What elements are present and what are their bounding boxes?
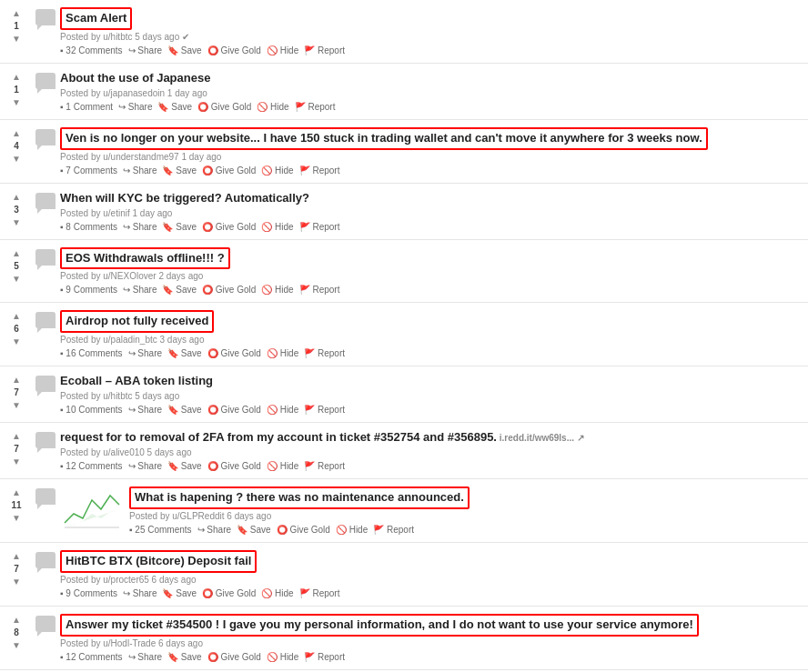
report-action[interactable]: 🚩 Report xyxy=(304,405,345,415)
comments-action[interactable]: ▪ 16 Comments xyxy=(60,348,123,358)
upvote-button[interactable]: ▲ xyxy=(12,486,21,499)
report-action[interactable]: 🚩 Report xyxy=(304,348,345,358)
give-gold-action[interactable]: ⭕ Give Gold xyxy=(202,285,256,295)
report-action[interactable]: 🚩 Report xyxy=(299,165,340,176)
downvote-button[interactable]: ▼ xyxy=(12,336,21,348)
downvote-button[interactable]: ▼ xyxy=(12,96,21,109)
save-action[interactable]: 🔖 Save xyxy=(167,652,202,662)
report-action[interactable]: 🚩 Report xyxy=(299,588,340,598)
downvote-button[interactable]: ▼ xyxy=(12,512,21,525)
give-gold-action[interactable]: ⭕ Give Gold xyxy=(207,461,261,471)
give-gold-action[interactable]: ⭕ Give Gold xyxy=(207,405,261,415)
downvote-button[interactable]: ▼ xyxy=(12,216,21,229)
upvote-button[interactable]: ▲ xyxy=(12,310,21,323)
hide-action[interactable]: 🚫 Hide xyxy=(257,102,288,112)
post-title[interactable]: request for to removal of 2FA from my ac… xyxy=(60,430,804,446)
share-action[interactable]: ↪ Share xyxy=(123,222,157,232)
hide-action[interactable]: 🚫 Hide xyxy=(336,525,368,535)
report-action[interactable]: 🚩 Report xyxy=(304,45,345,55)
share-action[interactable]: ↪ Share xyxy=(128,348,162,358)
hide-action[interactable]: 🚫 Hide xyxy=(261,165,293,176)
share-action[interactable]: ↪ Share xyxy=(128,45,162,55)
give-gold-action[interactable]: ⭕ Give Gold xyxy=(207,652,261,662)
external-link[interactable]: i.redd.it/ww69ls... ↗ xyxy=(497,433,584,443)
downvote-button[interactable]: ▼ xyxy=(12,273,21,286)
post-title[interactable]: When will KYC be triggered? Automaticall… xyxy=(60,191,804,206)
give-gold-action[interactable]: ⭕ Give Gold xyxy=(207,45,261,55)
upvote-button[interactable]: ▲ xyxy=(12,374,21,386)
share-action[interactable]: ↪ Share xyxy=(128,461,162,471)
comments-action[interactable]: ▪ 1 Comment xyxy=(60,102,113,112)
downvote-button[interactable]: ▼ xyxy=(12,639,21,652)
hide-action[interactable]: 🚫 Hide xyxy=(261,285,293,295)
save-action[interactable]: 🔖 Save xyxy=(167,45,202,55)
post-title[interactable]: HitBTC BTX (Bitcore) Deposit fail xyxy=(60,550,257,573)
post-title[interactable]: Scam Alert xyxy=(60,7,132,30)
comments-action[interactable]: ▪ 8 Comments xyxy=(60,222,117,232)
save-action[interactable]: 🔖 Save xyxy=(167,348,202,358)
hide-action[interactable]: 🚫 Hide xyxy=(267,348,298,358)
report-action[interactable]: 🚩 Report xyxy=(304,461,345,471)
report-action[interactable]: 🚩 Report xyxy=(373,525,414,535)
share-action[interactable]: ↪ Share xyxy=(128,405,162,415)
share-action[interactable]: ↪ Share xyxy=(197,525,231,535)
save-action[interactable]: 🔖 Save xyxy=(167,405,202,415)
post-title[interactable]: What is hapening ? there was no maintena… xyxy=(129,486,470,509)
post-title[interactable]: Answer my ticket #354500 ! I gave you my… xyxy=(60,614,699,637)
share-action[interactable]: ↪ Share xyxy=(123,588,157,598)
upvote-button[interactable]: ▲ xyxy=(12,247,21,260)
share-action[interactable]: ↪ Share xyxy=(128,652,162,662)
downvote-button[interactable]: ▼ xyxy=(12,33,21,45)
upvote-button[interactable]: ▲ xyxy=(12,550,21,563)
give-gold-action[interactable]: ⭕ Give Gold xyxy=(202,165,256,176)
upvote-button[interactable]: ▲ xyxy=(12,191,21,204)
share-action[interactable]: ↪ Share xyxy=(123,165,157,176)
hide-action[interactable]: 🚫 Hide xyxy=(267,45,298,55)
hide-action[interactable]: 🚫 Hide xyxy=(267,652,298,662)
give-gold-action[interactable]: ⭕ Give Gold xyxy=(197,102,251,112)
hide-action[interactable]: 🚫 Hide xyxy=(261,588,293,598)
downvote-button[interactable]: ▼ xyxy=(12,576,21,588)
upvote-button[interactable]: ▲ xyxy=(12,614,21,627)
upvote-button[interactable]: ▲ xyxy=(12,127,21,140)
upvote-button[interactable]: ▲ xyxy=(12,7,21,20)
share-action[interactable]: ↪ Share xyxy=(123,285,157,295)
save-action[interactable]: 🔖 Save xyxy=(157,102,192,112)
comments-action[interactable]: ▪ 25 Comments xyxy=(129,525,192,535)
give-gold-action[interactable]: ⭕ Give Gold xyxy=(202,588,256,598)
hide-action[interactable]: 🚫 Hide xyxy=(261,222,293,232)
comments-action[interactable]: ▪ 10 Comments xyxy=(60,405,123,415)
save-action[interactable]: 🔖 Save xyxy=(167,461,202,471)
post-title[interactable]: Airdrop not fully received xyxy=(60,310,214,333)
give-gold-action[interactable]: ⭕ Give Gold xyxy=(207,348,261,358)
hide-action[interactable]: 🚫 Hide xyxy=(267,405,298,415)
comments-action[interactable]: ▪ 12 Comments xyxy=(60,461,123,471)
comments-action[interactable]: ▪ 7 Comments xyxy=(60,165,117,176)
downvote-button[interactable]: ▼ xyxy=(12,153,21,165)
post-title[interactable]: Ecoball – ABA token listing xyxy=(60,374,804,389)
upvote-button[interactable]: ▲ xyxy=(12,430,21,443)
save-action[interactable]: 🔖 Save xyxy=(162,165,197,176)
downvote-button[interactable]: ▼ xyxy=(12,399,21,412)
comments-action[interactable]: ▪ 32 Comments xyxy=(60,45,123,55)
save-action[interactable]: 🔖 Save xyxy=(237,525,271,535)
comments-action[interactable]: ▪ 12 Comments xyxy=(60,652,123,662)
report-action[interactable]: 🚩 Report xyxy=(299,285,340,295)
hide-action[interactable]: 🚫 Hide xyxy=(267,461,298,471)
post-title[interactable]: Ven is no longer on your website... I ha… xyxy=(60,127,708,150)
downvote-button[interactable]: ▼ xyxy=(12,456,21,468)
share-action[interactable]: ↪ Share xyxy=(118,102,152,112)
give-gold-action[interactable]: ⭕ Give Gold xyxy=(277,525,330,535)
save-action[interactable]: 🔖 Save xyxy=(162,222,197,232)
save-action[interactable]: 🔖 Save xyxy=(162,588,197,598)
report-action[interactable]: 🚩 Report xyxy=(295,102,336,112)
post-title[interactable]: EOS Withdrawals offline!!! ? xyxy=(60,247,230,270)
post-title[interactable]: About the use of Japanese xyxy=(60,71,804,86)
comments-action[interactable]: ▪ 9 Comments xyxy=(60,285,117,295)
give-gold-action[interactable]: ⭕ Give Gold xyxy=(202,222,256,232)
report-action[interactable]: 🚩 Report xyxy=(299,222,340,232)
report-action[interactable]: 🚩 Report xyxy=(304,652,345,662)
upvote-button[interactable]: ▲ xyxy=(12,71,21,84)
comments-action[interactable]: ▪ 9 Comments xyxy=(60,588,117,598)
save-action[interactable]: 🔖 Save xyxy=(162,285,197,295)
